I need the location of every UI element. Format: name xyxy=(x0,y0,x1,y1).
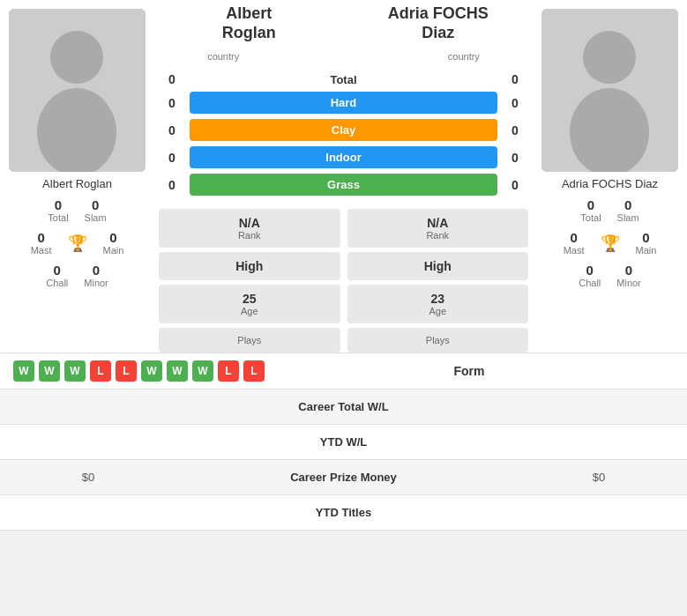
right-total-stat: 0 Total xyxy=(580,197,601,223)
left-age-panel: 25 Age xyxy=(159,285,340,323)
prize-row: $0 Career Prize Money $0 xyxy=(0,460,687,495)
ytd-titles-row: YTD Titles xyxy=(0,495,687,531)
right-name-header: Adria FOCHS Diaz xyxy=(344,4,534,42)
right-main-stat: 0 Main xyxy=(636,230,657,256)
right-player-avatar xyxy=(541,9,678,172)
left-plays-panel: Plays xyxy=(159,328,340,353)
right-minor-value: 0 xyxy=(625,263,632,278)
left-age-label: Age xyxy=(163,306,336,316)
hard-button[interactable]: Hard xyxy=(190,92,497,114)
left-minor-value: 0 xyxy=(93,263,100,278)
left-stats-row1: 0 Total 0 Slam xyxy=(48,197,106,223)
left-player-column: Albert Roglan 0 Total 0 Slam 0 Mast 🏆 xyxy=(0,0,154,353)
right-age-value: 23 xyxy=(352,292,525,306)
left-mast-label: Mast xyxy=(31,245,52,256)
names-bar: Albert Roglan Adria FOCHS Diaz xyxy=(154,0,533,49)
left-main-value: 0 xyxy=(109,230,116,245)
form-badge-0[interactable]: W xyxy=(13,360,34,382)
right-stats-row3: 0 Chall 0 Minor xyxy=(579,263,641,288)
right-slam-stat: 0 Slam xyxy=(617,197,639,223)
country-row: country country xyxy=(154,49,533,63)
form-badge-3[interactable]: L xyxy=(90,360,111,382)
right-slam-value: 0 xyxy=(624,197,631,212)
clay-score-right: 0 xyxy=(497,123,533,137)
form-badge-9[interactable]: L xyxy=(243,360,265,382)
career-total-right xyxy=(511,400,687,414)
surface-clay-row: 0 Clay 0 xyxy=(154,119,533,141)
career-total-left xyxy=(0,400,176,414)
left-chall-value: 0 xyxy=(54,263,61,278)
form-badge-8[interactable]: L xyxy=(218,360,239,382)
right-rank-value: N/A xyxy=(352,216,525,230)
player-comparison: Albert Roglan 0 Total 0 Slam 0 Mast 🏆 xyxy=(0,0,687,353)
surface-hard-row: 0 Hard 0 xyxy=(154,92,533,114)
career-total-row: Career Total W/L xyxy=(0,390,687,425)
total-label: Total xyxy=(190,73,497,86)
left-trophy-icon: 🏆 xyxy=(68,234,87,253)
surface-total-row: 0 Total 0 xyxy=(154,72,533,86)
clay-button[interactable]: Clay xyxy=(190,119,497,141)
career-total-label: Career Total W/L xyxy=(176,393,511,420)
left-mast-value: 0 xyxy=(37,230,44,245)
left-main-stat: 0 Main xyxy=(103,230,124,256)
right-minor-stat: 0 Minor xyxy=(616,263,641,288)
left-total-label: Total xyxy=(48,212,68,223)
hard-score-right: 0 xyxy=(497,96,533,110)
left-country: country xyxy=(163,49,283,63)
form-badges: WWWLLWWWLL xyxy=(13,360,265,382)
form-badge-4[interactable]: L xyxy=(116,360,137,382)
left-stats-row3: 0 Chall 0 Minor xyxy=(46,263,108,288)
ytd-wl-left xyxy=(0,435,176,449)
left-age-value: 25 xyxy=(163,292,336,306)
ytd-titles-right xyxy=(511,506,687,520)
form-badge-2[interactable]: W xyxy=(64,360,86,382)
ytd-titles-left xyxy=(0,506,176,520)
right-mast-value: 0 xyxy=(570,230,577,245)
prize-left: $0 xyxy=(0,464,176,491)
left-chall-stat: 0 Chall xyxy=(46,263,68,288)
right-chall-stat: 0 Chall xyxy=(579,263,601,288)
left-slam-value: 0 xyxy=(92,197,99,212)
right-rank-panel: N/A Rank xyxy=(347,209,529,248)
right-mast-stat: 0 Mast xyxy=(564,230,585,256)
right-main-value: 0 xyxy=(642,230,649,245)
left-rank-panel: N/A Rank xyxy=(159,209,340,248)
left-slam-label: Slam xyxy=(85,212,107,223)
right-mast-label: Mast xyxy=(564,245,585,256)
form-badge-6[interactable]: W xyxy=(167,360,188,382)
right-stats-row1: 0 Total 0 Slam xyxy=(580,197,638,223)
right-high-panel: High xyxy=(347,252,529,280)
grass-score-right: 0 xyxy=(497,178,533,192)
grass-button[interactable]: Grass xyxy=(190,174,497,196)
ytd-wl-label: YTD W/L xyxy=(176,428,511,456)
left-info-boxes: N/A Rank High 25 Age Plays xyxy=(159,209,340,353)
right-plays-label: Plays xyxy=(352,335,525,345)
prize-right: $0 xyxy=(511,464,687,491)
bottom-section: WWWLLWWWLL Form Career Total W/L YTD W/L… xyxy=(0,353,687,531)
prize-label: Career Prize Money xyxy=(176,464,511,491)
left-player-avatar xyxy=(9,9,146,172)
left-minor-stat: 0 Minor xyxy=(84,263,108,288)
indoor-score-left: 0 xyxy=(154,151,190,165)
indoor-score-right: 0 xyxy=(497,151,533,165)
left-total-stat: 0 Total xyxy=(48,197,68,223)
svg-point-4 xyxy=(583,31,636,84)
form-badge-5[interactable]: W xyxy=(141,360,162,382)
left-minor-label: Minor xyxy=(84,278,108,288)
right-rank-label: Rank xyxy=(352,230,525,241)
right-trophy-icon: 🏆 xyxy=(601,234,620,253)
ytd-wl-right xyxy=(511,435,687,449)
svg-point-1 xyxy=(50,31,103,84)
surface-indoor-row: 0 Indoor 0 xyxy=(154,146,533,168)
right-chall-label: Chall xyxy=(579,278,601,288)
center-column: Albert Roglan Adria FOCHS Diaz country c… xyxy=(154,0,533,353)
form-row: WWWLLWWWLL Form xyxy=(0,353,687,390)
total-score-left: 0 xyxy=(154,72,190,86)
indoor-button[interactable]: Indoor xyxy=(190,146,497,168)
left-main-label: Main xyxy=(103,245,124,256)
left-rank-value: N/A xyxy=(163,216,336,230)
right-info-boxes: N/A Rank High 23 Age Plays xyxy=(347,209,529,353)
right-age-panel: 23 Age xyxy=(347,285,529,323)
form-badge-1[interactable]: W xyxy=(39,360,60,382)
form-badge-7[interactable]: W xyxy=(192,360,213,382)
